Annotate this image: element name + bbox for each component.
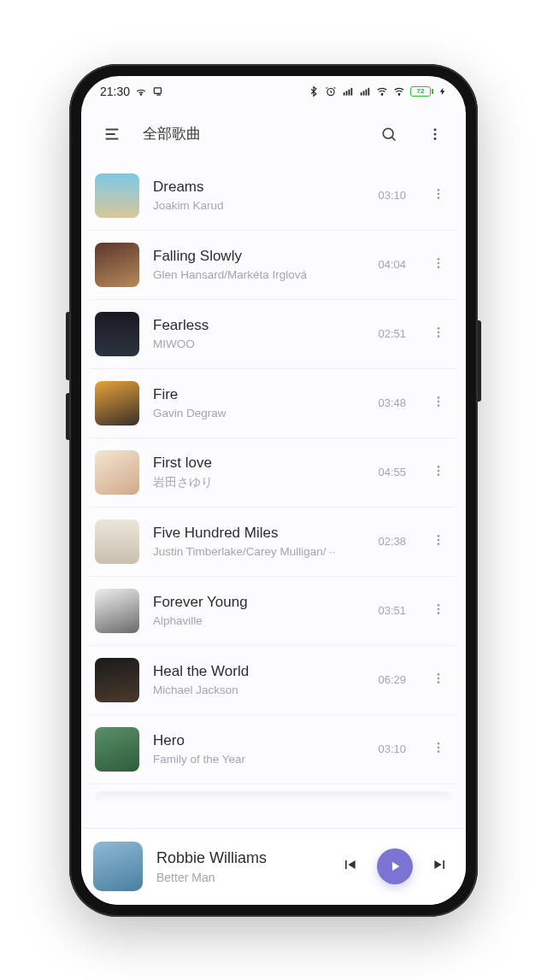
svg-point-42 <box>438 673 440 676</box>
menu-icon <box>103 125 121 144</box>
song-row[interactable]: Falling SlowlyGlen Hansard/Markéta Irglo… <box>90 231 457 300</box>
song-artist: Family of the Year <box>153 753 364 766</box>
svg-point-18 <box>434 128 437 131</box>
volume-down-button[interactable] <box>66 393 69 440</box>
svg-point-27 <box>438 327 440 330</box>
svg-point-21 <box>438 189 440 191</box>
svg-rect-7 <box>361 92 362 96</box>
song-artist: Michael Jackson <box>153 684 364 696</box>
more-vertical-icon <box>432 741 445 754</box>
now-playing-cover[interactable] <box>93 842 143 891</box>
play-button[interactable] <box>377 848 413 884</box>
battery-indicator: 72 <box>410 86 433 97</box>
menu-button[interactable] <box>97 119 127 150</box>
song-title: Heal the World <box>153 663 364 680</box>
power-button[interactable] <box>478 320 481 402</box>
svg-point-12 <box>398 93 400 95</box>
svg-point-44 <box>438 681 440 684</box>
album-cover[interactable] <box>95 173 139 218</box>
song-row[interactable]: First love岩田さゆり04:55 <box>90 438 457 508</box>
now-playing-meta[interactable]: Robbie Williams Better Man <box>156 849 327 884</box>
svg-point-25 <box>438 261 440 264</box>
signal-2-icon <box>359 85 371 97</box>
screen: 21:30 72 全部歌曲 <box>81 76 466 905</box>
svg-point-26 <box>438 266 440 268</box>
more-vertical-icon <box>432 672 445 685</box>
svg-point-39 <box>438 604 440 607</box>
search-icon <box>380 126 397 143</box>
song-duration: 04:55 <box>378 466 406 478</box>
cast-icon <box>152 85 164 97</box>
song-more-button[interactable] <box>426 736 450 763</box>
song-duration: 03:48 <box>378 396 406 409</box>
svg-point-34 <box>438 469 440 472</box>
app-header: 全部歌曲 <box>81 107 466 161</box>
song-more-button[interactable] <box>426 251 450 279</box>
next-button[interactable] <box>432 856 449 877</box>
album-cover[interactable] <box>95 381 139 425</box>
song-duration: 02:51 <box>378 327 406 340</box>
song-list[interactable]: DreamsJoakim Karud03:10Falling SlowlyGle… <box>81 161 466 828</box>
song-row[interactable]: DreamsJoakim Karud03:10 <box>90 161 457 231</box>
song-title: Forever Young <box>153 594 364 611</box>
song-meta: HeroFamily of the Year <box>153 732 364 766</box>
song-row[interactable]: Five Hundred MilesJustin Timberlake/Care… <box>90 508 457 577</box>
previous-button[interactable] <box>341 856 358 877</box>
svg-rect-4 <box>346 91 348 95</box>
svg-point-35 <box>438 473 440 476</box>
song-more-button[interactable] <box>426 459 450 486</box>
album-cover[interactable] <box>95 312 139 356</box>
song-row[interactable]: Heal the WorldMichael Jackson06:29 <box>90 646 457 715</box>
song-more-button[interactable] <box>426 666 450 694</box>
song-more-button[interactable] <box>426 390 450 417</box>
song-row[interactable]: HeroFamily of the Year03:10 <box>90 715 457 784</box>
song-meta: Forever YoungAlphaville <box>153 594 364 627</box>
overflow-button[interactable] <box>420 119 450 150</box>
song-artist: Joakim Karud <box>153 199 364 212</box>
search-button[interactable] <box>373 119 404 150</box>
svg-rect-9 <box>366 89 368 95</box>
svg-rect-8 <box>363 91 365 95</box>
song-more-button[interactable] <box>426 528 450 555</box>
album-cover[interactable] <box>95 519 139 564</box>
song-artist: MIWOO <box>153 337 364 350</box>
song-meta: First love岩田さゆり <box>153 455 364 490</box>
volume-up-button[interactable] <box>66 312 69 380</box>
song-more-button[interactable] <box>426 320 450 348</box>
svg-point-36 <box>438 535 440 537</box>
alarm-icon <box>325 85 337 97</box>
svg-rect-6 <box>351 87 353 95</box>
song-meta: Heal the WorldMichael Jackson <box>153 663 364 696</box>
more-vertical-icon <box>432 326 445 339</box>
song-title: Fire <box>153 386 364 403</box>
more-vertical-icon <box>432 533 445 547</box>
song-more-button[interactable] <box>426 182 450 209</box>
song-duration: 06:29 <box>378 673 406 686</box>
song-row[interactable]: FireGavin Degraw03:48 <box>90 369 457 438</box>
album-cover[interactable] <box>95 658 139 702</box>
album-cover[interactable] <box>95 450 139 495</box>
svg-point-19 <box>434 132 437 135</box>
svg-point-30 <box>438 396 440 399</box>
wifi-small-icon <box>135 85 147 97</box>
status-bar: 21:30 72 <box>81 76 466 107</box>
play-icon <box>387 859 403 874</box>
song-meta: FireGavin Degraw <box>153 386 364 420</box>
album-cover[interactable] <box>95 243 139 287</box>
album-cover[interactable] <box>95 589 139 633</box>
svg-point-47 <box>438 750 440 753</box>
song-more-button[interactable] <box>426 597 450 625</box>
song-row[interactable]: FearlessMIWOO02:51 <box>90 300 457 369</box>
more-vertical-icon <box>427 126 443 142</box>
svg-point-45 <box>438 742 440 745</box>
song-artist: Justin Timberlake/Carey Mulligan/ ·· <box>153 545 364 558</box>
svg-point-22 <box>438 192 440 195</box>
song-row[interactable]: Forever YoungAlphaville03:51 <box>90 577 457 646</box>
song-title: Falling Slowly <box>153 248 364 265</box>
song-title: First love <box>153 455 364 472</box>
album-cover[interactable] <box>95 727 139 772</box>
song-duration: 03:10 <box>378 189 406 202</box>
now-playing-bar[interactable]: Robbie Williams Better Man <box>81 828 466 905</box>
svg-point-23 <box>438 197 440 199</box>
more-vertical-icon <box>432 464 445 478</box>
